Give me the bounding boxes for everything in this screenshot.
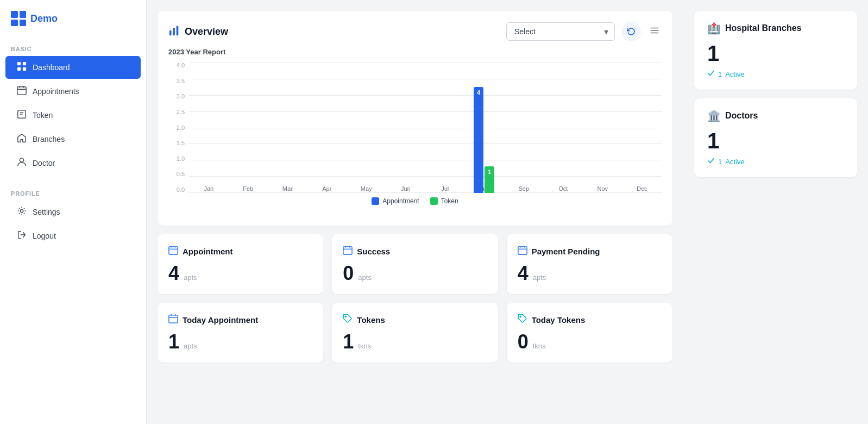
overview-card: Overview Select 2023 Year Report 4.0 [158, 11, 672, 226]
stat-card-success: Success 0 apts [332, 234, 498, 294]
hospital-active-label: Active [725, 70, 744, 78]
branches-icon [16, 133, 27, 145]
appointment-calendar-icon [168, 245, 178, 257]
menu-button[interactable] [647, 23, 662, 40]
stats-row-2: Today Appointment 1 apts Tokens 1 tkns [158, 303, 672, 363]
svg-rect-4 [17, 87, 26, 95]
svg-point-18 [520, 316, 521, 317]
bar-aug-appointment: 4 [474, 87, 483, 193]
legend-appointment: Appointment [372, 197, 419, 205]
doctors-active-icon [707, 157, 715, 166]
tokens-tag-icon [343, 314, 353, 326]
svg-point-17 [345, 316, 346, 317]
svg-rect-16 [169, 315, 178, 323]
app-name: Demo [30, 13, 58, 24]
settings-label: Settings [33, 208, 60, 216]
sidebar-item-dashboard[interactable]: Dashboard [5, 56, 141, 79]
stat-card-payment-pending: Payment Pending 4 apts [507, 234, 672, 294]
legend-token: Token [430, 197, 458, 205]
app-logo: Demo [0, 11, 146, 39]
legend-token-dot [430, 197, 438, 205]
svg-rect-1 [23, 62, 26, 65]
hospital-active-icon [707, 70, 715, 79]
sidebar-item-doctor[interactable]: Doctor [5, 152, 141, 174]
doctors-title: 🏛️ Doctors [707, 109, 844, 122]
chart-y-axis: 4.0 3.5 3.0 2.5 2.0 1.5 1.0 0.5 0.0 [168, 63, 185, 193]
sidebar-item-branches[interactable]: Branches [5, 128, 141, 151]
today-apt-calendar-icon [168, 314, 178, 326]
chart-legend: Appointment Token [168, 197, 662, 205]
stat-today-tokens-title: Today Tokens [518, 314, 662, 326]
svg-rect-8 [173, 28, 175, 35]
select-wrapper: Select [506, 22, 615, 41]
right-panel: 🏥 Hospital Branches 1 1 Active 🏛️ Doctor… [683, 0, 868, 424]
doctors-icon: 🏛️ [707, 109, 721, 122]
refresh-button[interactable] [621, 22, 641, 41]
hospital-icon: 🏥 [707, 22, 721, 35]
hospital-branches-card: 🏥 Hospital Branches 1 1 Active [694, 11, 857, 90]
stat-success-title: Success [343, 245, 487, 257]
doctors-card: 🏛️ Doctors 1 1 Active [694, 98, 857, 177]
payment-calendar-icon [518, 245, 527, 257]
today-tokens-tag-icon [518, 314, 527, 326]
sidebar-item-settings[interactable]: Settings [5, 201, 141, 223]
svg-point-6 [20, 209, 23, 212]
appointments-icon [16, 85, 27, 97]
overview-select[interactable]: Select [506, 22, 615, 41]
overview-controls: Select [506, 22, 662, 41]
bar-aug-token: 1 [485, 166, 494, 193]
year-report-label: 2023 Year Report [168, 48, 662, 56]
chart-month-aug: 4 1 [474, 87, 494, 193]
logout-label: Logout [33, 232, 56, 240]
stat-payment-title: Payment Pending [518, 245, 662, 257]
success-calendar-icon [343, 245, 353, 257]
svg-rect-14 [343, 247, 352, 254]
appointments-label: Appointments [33, 87, 79, 96]
overview-title: Overview [168, 24, 228, 39]
token-label: Token [33, 111, 53, 120]
profile-section-label: PROFILE [0, 184, 146, 200]
hospital-active: 1 Active [707, 70, 844, 79]
sidebar-item-logout[interactable]: Logout [5, 225, 141, 247]
stat-appointment-title: Appointment [168, 245, 312, 257]
doctors-count: 1 [707, 130, 844, 152]
logout-icon [16, 230, 27, 242]
overview-header: Overview Select [168, 22, 662, 41]
stat-card-today-tokens: Today Tokens 0 tkns [507, 303, 672, 363]
hospital-active-count: 1 [718, 70, 722, 78]
stat-card-appointment: Appointment 4 apts [158, 234, 323, 294]
doctors-active: 1 Active [707, 157, 844, 166]
chart-bars-row: 4 1 [189, 63, 662, 193]
svg-rect-13 [169, 247, 178, 254]
settings-icon [16, 206, 27, 218]
doctor-label: Doctor [33, 159, 55, 167]
chart-grid-and-bars: 4 1 [189, 63, 662, 193]
svg-rect-7 [169, 30, 172, 35]
stat-card-tokens: Tokens 1 tkns [332, 303, 498, 363]
svg-rect-3 [23, 67, 26, 71]
svg-rect-2 [17, 67, 21, 71]
svg-point-5 [20, 158, 23, 162]
sidebar-item-token[interactable]: Token [5, 104, 141, 127]
dashboard-label: Dashboard [33, 63, 70, 72]
doctor-icon [16, 157, 27, 169]
sidebar-item-appointments[interactable]: Appointments [5, 80, 141, 103]
token-icon [16, 109, 27, 121]
doctors-active-count: 1 [718, 158, 722, 166]
stat-card-today-appointment: Today Appointment 1 apts [158, 303, 323, 363]
chart-container: 4.0 3.5 3.0 2.5 2.0 1.5 1.0 0.5 0.0 [168, 63, 662, 215]
sidebar: Demo BASIC Dashboard Appointments Token … [0, 0, 147, 424]
main-content: Overview Select 2023 Year Report 4.0 [147, 0, 683, 424]
chart-bar-icon [168, 24, 180, 39]
stat-today-apt-title: Today Appointment [168, 314, 312, 326]
branches-label: Branches [33, 135, 65, 144]
stat-tokens-title: Tokens [343, 314, 487, 326]
doctors-active-label: Active [725, 158, 744, 166]
hospital-branches-title: 🏥 Hospital Branches [707, 22, 844, 35]
svg-rect-0 [17, 62, 21, 65]
hospital-count: 1 [707, 42, 844, 64]
dashboard-icon [16, 61, 27, 73]
stats-row-1: Appointment 4 apts Success 0 apts [158, 234, 672, 294]
basic-section-label: BASIC [0, 39, 146, 55]
legend-appointment-dot [372, 197, 379, 205]
